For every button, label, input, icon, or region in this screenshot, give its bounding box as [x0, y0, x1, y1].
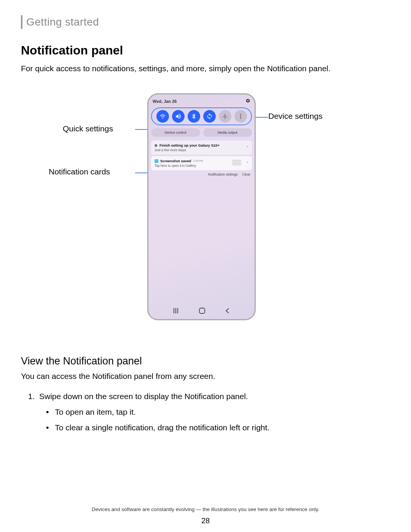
chapter-bar — [21, 15, 22, 29]
section-title: Notification panel — [21, 43, 390, 58]
step-text: Swipe down on the screen to display the … — [39, 392, 248, 401]
device-control-pill[interactable]: Device control — [151, 128, 200, 137]
notif-time: 2:39 PM — [193, 160, 203, 162]
clear-button[interactable]: Clear — [242, 173, 250, 176]
subsection-title: View the Notification panel — [21, 355, 390, 367]
notification-card[interactable]: ⌄ Screenshot saved 2:39 PM Tap here to o… — [151, 156, 252, 170]
gear-icon: ✿ — [155, 144, 158, 147]
notification-card[interactable]: ⌄ ✿ Finish setting up your Galaxy S10+ J… — [151, 141, 252, 155]
notif-title: Finish setting up your Galaxy S10+ — [159, 143, 220, 147]
svg-rect-1 — [175, 308, 176, 313]
chapter-header: Getting started — [21, 15, 390, 29]
subsection-desc: You can access the Notification panel fr… — [21, 372, 390, 381]
control-pill-row: Device control Media output — [151, 128, 252, 137]
notif-title: Screenshot saved — [160, 159, 191, 163]
svg-rect-3 — [199, 308, 205, 313]
flashlight-icon[interactable] — [234, 110, 247, 123]
section-desc: For quick access to notifications, setti… — [21, 63, 390, 74]
notif-sub: Just a few more steps — [155, 148, 249, 152]
steps-list: Swipe down on the screen to display the … — [37, 390, 390, 434]
phone-illustration-area: Quick settings Notification cards Device… — [21, 93, 390, 337]
svg-rect-0 — [174, 308, 174, 313]
rotate-icon[interactable] — [203, 110, 216, 123]
sound-icon[interactable] — [172, 110, 185, 123]
phone-mockup: Wed, Jan 26 Device control Media output — [147, 93, 256, 320]
screenshot-thumbnail — [232, 160, 241, 166]
home-button[interactable] — [199, 308, 205, 315]
back-button[interactable] — [225, 308, 229, 315]
gear-icon[interactable] — [245, 98, 250, 104]
recents-button[interactable] — [174, 308, 180, 315]
chevron-down-icon[interactable]: ⌄ — [246, 144, 249, 148]
quick-settings-row — [151, 107, 252, 125]
date-text: Wed, Jan 26 — [153, 99, 177, 104]
status-bar: Wed, Jan 26 — [151, 98, 252, 107]
navbar — [148, 308, 255, 315]
step-item: Swipe down on the screen to display the … — [37, 390, 390, 434]
bullet-item: To open an item, tap it. — [46, 406, 390, 419]
callout-quick-settings: Quick settings — [63, 124, 113, 133]
chapter-title: Getting started — [26, 16, 99, 28]
callout-notification-cards: Notification cards — [49, 167, 110, 176]
wifi-icon[interactable] — [156, 110, 169, 123]
bullet-list: To open an item, tap it. To clear a sing… — [46, 406, 390, 434]
media-output-pill[interactable]: Media output — [203, 128, 252, 137]
image-icon — [155, 159, 158, 163]
callout-device-settings: Device settings — [268, 112, 322, 121]
chevron-down-icon[interactable]: ⌄ — [246, 159, 249, 163]
notif-footer: Notification settings Clear — [151, 172, 252, 177]
bluetooth-icon[interactable] — [188, 110, 200, 123]
airplane-icon[interactable] — [219, 110, 231, 123]
footer-note: Devices and software are constantly evol… — [0, 506, 411, 512]
bullet-item: To clear a single notification, drag the… — [46, 421, 390, 435]
notification-settings-link[interactable]: Notification settings — [208, 173, 237, 176]
page-number: 28 — [0, 516, 411, 525]
svg-rect-2 — [177, 308, 178, 313]
